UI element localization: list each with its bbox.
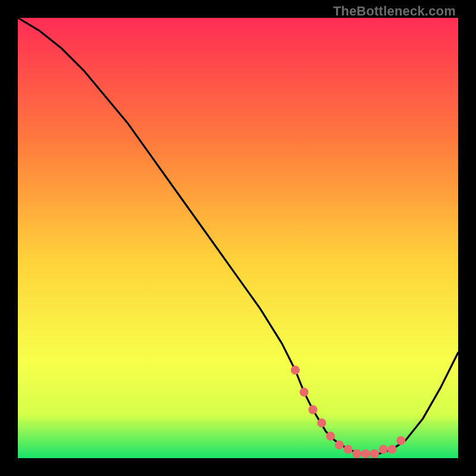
gradient-background [18, 18, 458, 458]
optimal-dot [317, 418, 326, 427]
optimal-dot [370, 449, 379, 458]
optimal-dot [344, 445, 353, 454]
optimal-dot [388, 445, 397, 454]
optimal-dot [326, 432, 335, 441]
optimal-dot [361, 449, 370, 458]
optimal-dot [291, 366, 300, 375]
optimal-dot [308, 405, 317, 414]
chart-frame [18, 18, 458, 458]
bottleneck-chart [18, 18, 458, 458]
optimal-dot [335, 440, 344, 449]
optimal-dot [300, 388, 309, 397]
optimal-dot [379, 445, 388, 454]
optimal-dot [396, 436, 405, 445]
optimal-dot [352, 449, 361, 458]
attribution-text: TheBottleneck.com [333, 4, 456, 19]
